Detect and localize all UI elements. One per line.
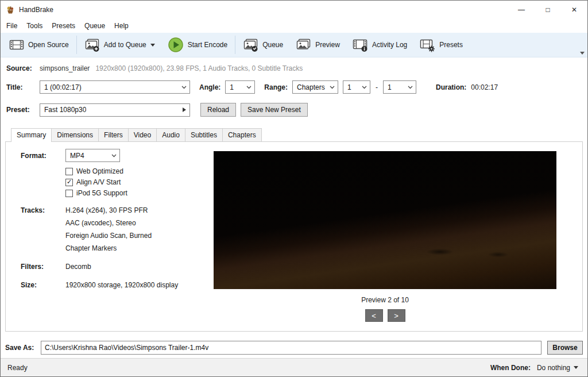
preview-label: Preview [315, 41, 340, 49]
window-controls: — □ ✕ [508, 1, 587, 19]
film-icon [9, 38, 24, 52]
preview-caption: Preview 2 of 10 [214, 296, 556, 304]
checkbox-icon [65, 179, 73, 186]
source-details: 1920x800 (1920x800), 23.98 FPS, 1 Audio … [95, 64, 303, 72]
open-source-button[interactable]: Open Source [3, 34, 75, 56]
checkbox-align-av-start[interactable]: Align A/V Start [65, 178, 121, 186]
preview-button[interactable]: Preview [289, 34, 346, 56]
start-encode-button[interactable]: Start Encode [161, 34, 234, 56]
tab-audio[interactable]: Audio [156, 128, 185, 141]
when-done-group: When Done: Do nothing [490, 362, 581, 374]
activity-log-label: Activity Log [372, 41, 407, 49]
reload-button[interactable]: Reload [200, 103, 236, 117]
play-circle-icon [168, 37, 184, 53]
toolbar-separator [235, 36, 235, 54]
size-label: Size: [21, 281, 37, 289]
chevron-down-icon [150, 44, 155, 47]
presets-label: Presets [439, 41, 463, 49]
checkbox-icon [65, 190, 73, 197]
window-title: HandBrake [19, 6, 53, 14]
toolbar-overflow-icon[interactable] [580, 52, 585, 55]
preview-next-button[interactable]: > [388, 309, 405, 322]
tab-video[interactable]: Video [128, 128, 157, 141]
angle-label: Angle: [199, 83, 220, 91]
chevron-right-icon [182, 107, 187, 113]
chevron-down-icon [181, 86, 187, 89]
when-done-label: When Done: [490, 364, 531, 372]
source-name: simpsons_trailer [40, 64, 90, 72]
maximize-button[interactable]: □ [535, 1, 561, 19]
angle-select[interactable]: 1 [225, 80, 255, 94]
tab-filters[interactable]: Filters [98, 128, 129, 141]
chapter-start-select[interactable]: 1 [343, 80, 370, 94]
preset-select[interactable]: Fast 1080p30 [40, 103, 190, 117]
close-button[interactable]: ✕ [561, 1, 587, 19]
format-label: Format: [21, 152, 65, 160]
checkbox-label: iPod 5G Support [76, 189, 127, 197]
checkbox-label: Align A/V Start [76, 178, 121, 186]
add-to-queue-button[interactable]: Add to Queue [78, 34, 161, 56]
queue-button[interactable]: Queue [237, 34, 289, 56]
open-source-label: Open Source [28, 41, 69, 49]
toolbar-separator [76, 36, 77, 54]
tab-subtitles[interactable]: Subtitles [185, 128, 223, 141]
preset-label: Preset: [6, 106, 40, 114]
filters-value: Decomb [65, 263, 91, 271]
menu-help[interactable]: Help [110, 20, 133, 32]
chevron-down-icon [111, 154, 117, 157]
when-done-select[interactable]: Do nothing [535, 362, 581, 374]
format-row: Format: MP4 [21, 149, 120, 162]
tab-bar: Summary Dimensions Filters Video Audio S… [5, 128, 583, 141]
tab-dimensions[interactable]: Dimensions [51, 128, 99, 141]
preview-nav: < > [214, 309, 556, 322]
title-select[interactable]: 1 (00:02:17) [40, 80, 190, 94]
chevron-down-icon [574, 366, 578, 369]
chevron-down-icon [330, 86, 335, 89]
range-type-select[interactable]: Chapters [292, 80, 338, 94]
chevron-down-icon [408, 86, 413, 89]
browse-button[interactable]: Browse [547, 341, 583, 355]
title-label: Title: [6, 83, 40, 91]
queue-label: Queue [262, 41, 283, 49]
statusbar: Ready When Done: Do nothing [1, 358, 587, 376]
format-select[interactable]: MP4 [65, 149, 120, 162]
track-item: Chapter Markers [65, 244, 117, 252]
chapter-end-select[interactable]: 1 [383, 80, 416, 94]
activity-log-button[interactable]: Activity Log [346, 34, 413, 56]
title-row: Title: 1 (00:02:17) Angle: 1 Range: Chap… [6, 80, 583, 94]
range-label: Range: [264, 83, 288, 91]
presets-button[interactable]: Presets [413, 34, 469, 56]
photo-stack-icon [296, 38, 311, 52]
start-encode-label: Start Encode [188, 41, 227, 49]
tab-chapters[interactable]: Chapters [222, 128, 262, 141]
preview-prev-button[interactable]: < [365, 309, 383, 322]
main-content: Source: simpsons_trailer 1920x800 (1920x… [1, 57, 587, 358]
save-as-input[interactable] [41, 341, 541, 355]
filters-label: Filters: [21, 263, 44, 271]
range-separator: - [376, 83, 378, 91]
status-text: Ready [7, 364, 28, 372]
add-to-queue-label: Add to Queue [104, 41, 146, 49]
film-info-icon [353, 38, 368, 52]
summary-panel: Format: MP4 Web Optimized Align A/V Star… [5, 141, 583, 332]
source-label: Source: [6, 64, 40, 72]
menu-tools[interactable]: Tools [22, 20, 47, 32]
duration-value: 00:02:17 [471, 83, 498, 91]
toolbar: Open Source Add to Queue [1, 33, 587, 57]
menu-queue[interactable]: Queue [80, 20, 110, 32]
checkbox-ipod-5g-support[interactable]: iPod 5G Support [65, 189, 127, 197]
titlebar: HandBrake — □ ✕ [1, 1, 587, 19]
duration-label: Duration: [436, 83, 466, 91]
handbrake-logo-icon [6, 5, 15, 14]
track-item: H.264 (x264), 30 FPS PFR [65, 206, 148, 214]
menu-presets[interactable]: Presets [47, 20, 80, 32]
save-as-label: Save As: [5, 344, 41, 352]
menu-file[interactable]: File [2, 20, 22, 32]
checkbox-web-optimized[interactable]: Web Optimized [65, 167, 123, 175]
minimize-button[interactable]: — [508, 1, 535, 19]
tab-summary[interactable]: Summary [11, 128, 52, 142]
film-gear-icon [420, 38, 435, 52]
chevron-down-icon [246, 86, 252, 89]
save-new-preset-button[interactable]: Save New Preset [241, 103, 308, 117]
chevron-down-icon [362, 86, 367, 89]
